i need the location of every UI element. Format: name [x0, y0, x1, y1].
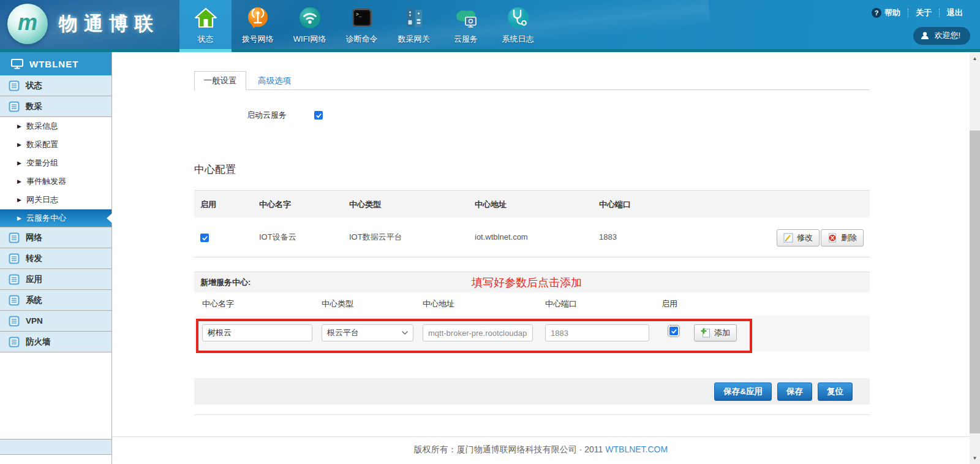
sidebar-item-data-collect-info[interactable]: ▶ 数采信息 — [0, 117, 111, 135]
delete-button[interactable]: 删除 — [821, 229, 864, 246]
center-port-input[interactable] — [545, 324, 649, 341]
add-label-type: 中心类型 — [322, 292, 353, 316]
sidebar-item-firewall[interactable]: 防火墙 — [0, 332, 111, 352]
add-label-address: 中心地址 — [423, 292, 454, 316]
triangle-icon: ▶ — [17, 123, 21, 129]
nav-item-cloud-service[interactable]: 云服务 — [440, 0, 492, 52]
edit-pencil-icon — [783, 233, 793, 243]
tab-advanced-options[interactable]: 高级选项 — [249, 71, 300, 90]
gateway-icon — [401, 4, 428, 31]
logout-link[interactable]: 退出 — [940, 7, 970, 18]
content-divider — [194, 414, 870, 415]
nav-item-system-log[interactable]: 系统日志 — [492, 0, 544, 52]
tab-label: 高级选项 — [258, 75, 291, 86]
logo-orb-icon: m — [7, 4, 48, 44]
sidebar-item-event-trigger[interactable]: ▶ 事件触发器 — [0, 172, 111, 191]
brand-logo: m 物通博联 — [7, 4, 159, 44]
sidebar-item-gateway-log[interactable]: ▶ 网关日志 — [0, 191, 111, 209]
footer-link[interactable]: WTBLNET.COM — [605, 444, 668, 454]
triangle-icon: ▶ — [17, 178, 21, 184]
scrollbar-thumb[interactable] — [970, 131, 980, 433]
about-label: 关于 — [916, 7, 932, 18]
table-header-row: 启用 中心名字 中心类型 中心地址 中心端口 — [194, 190, 870, 218]
sidebar-item-status[interactable]: 状态 — [0, 75, 111, 96]
triangle-icon: ▶ — [17, 160, 21, 166]
main-content: 一般设置 高级选项 启动云服务 中心配置 启用 中心名字 中心类型 中心地址 中… — [112, 52, 970, 464]
row-enabled-checkbox[interactable] — [200, 234, 209, 242]
wifi-icon — [296, 4, 323, 31]
check-icon — [202, 235, 208, 242]
nav-label: 拨号网络 — [242, 34, 274, 45]
vertical-scrollbar[interactable]: ▲ ▼ — [970, 52, 980, 464]
tab-general-settings[interactable]: 一般设置 — [194, 71, 246, 90]
welcome-badge: 欢迎您! — [913, 27, 970, 45]
sidebar-item-data-collect[interactable]: 数采 — [0, 96, 111, 117]
logout-label: 退出 — [947, 7, 963, 18]
column-header-port: 中心端口 — [599, 191, 631, 218]
sidebar-item-data-collect-config[interactable]: ▶ 数采配置 — [0, 135, 111, 154]
center-address-input[interactable] — [423, 324, 533, 341]
column-header-type: 中心类型 — [349, 191, 381, 218]
sidebar-item-vpn[interactable]: VPN — [0, 311, 111, 332]
cloud-service-icon — [453, 4, 480, 31]
add-label-name: 中心名字 — [202, 292, 234, 316]
cell-center-port: 1883 — [599, 232, 617, 242]
save-button[interactable]: 保存 — [777, 382, 812, 401]
sidebar-item-label: 网关日志 — [26, 194, 58, 205]
svg-text:>_: >_ — [356, 12, 362, 17]
user-icon — [921, 31, 929, 40]
footer-separator: · — [579, 444, 582, 454]
list-icon — [9, 337, 20, 348]
add-page-icon — [701, 328, 710, 338]
sidebar-title: WTBLNET — [29, 59, 78, 69]
center-type-select[interactable]: 根云平台 — [322, 324, 413, 341]
sidebar-item-system[interactable]: 系统 — [0, 290, 111, 311]
list-icon — [9, 101, 20, 112]
nav-item-wifi-network[interactable]: WIFI网络 — [284, 0, 336, 52]
scrollbar-up-arrow[interactable]: ▲ — [970, 53, 980, 63]
delete-button-label: 删除 — [841, 232, 857, 243]
sidebar-item-application[interactable]: 应用 — [0, 269, 111, 290]
help-link[interactable]: ? 帮助 — [864, 7, 908, 18]
sidebar-item-label: 转发 — [26, 253, 42, 264]
table-row: IOT设备云 IOT数据云平台 iot.wtblnet.com 1883 修改 … — [194, 218, 870, 257]
sidebar-item-label: 数采配置 — [26, 139, 58, 150]
nav-item-status[interactable]: 状态 — [179, 0, 232, 52]
sidebar-item-label: VPN — [26, 316, 43, 325]
center-name-input[interactable] — [202, 324, 312, 341]
add-section-labels-row: 中心名字 中心类型 中心地址 中心端口 启用 — [194, 292, 870, 316]
triangle-icon: ▶ — [17, 197, 21, 203]
nav-item-dialup-network[interactable]: 拨号网络 — [232, 0, 284, 52]
about-link[interactable]: 关于 — [908, 7, 939, 18]
add-section-header-row: 新增服务中心: 填写好参数后点击添加 — [194, 272, 870, 292]
save-apply-button[interactable]: 保存&应用 — [714, 382, 772, 401]
top-header: m 物通博联 状态 拨号网络 WIFI网络 — [0, 0, 980, 52]
edit-button[interactable]: 修改 — [777, 229, 820, 246]
sidebar-item-variable-group[interactable]: ▶ 变量分组 — [0, 154, 111, 172]
nav-item-data-gateway[interactable]: 数采网关 — [388, 0, 440, 52]
sidebar-bottom-strip — [0, 439, 111, 455]
nav-label: 系统日志 — [502, 34, 534, 45]
add-button-label: 添加 — [714, 327, 730, 338]
nav-item-diagnostic-command[interactable]: >_ 诊断命令 — [336, 0, 388, 52]
add-enabled-checkbox[interactable] — [669, 327, 678, 335]
system-log-icon — [505, 4, 532, 31]
footer-copyright: 版权所有：厦门物通博联网络科技有限公司 · 2011 WTBLNET.COM — [112, 444, 970, 455]
enable-cloud-checkbox[interactable] — [314, 111, 323, 120]
copyright-text: 版权所有：厦门物通博联网络科技有限公司 — [414, 444, 577, 454]
check-icon — [315, 112, 322, 119]
sidebar-item-network[interactable]: 网络 — [0, 227, 111, 248]
sidebar-item-label: 状态 — [26, 80, 42, 91]
add-section-inputs-row: 根云平台 添加 — [194, 316, 870, 351]
sidebar-item-label: 系统 — [26, 295, 42, 306]
sidebar: WTBLNET 状态 数采 ▶ 数采信息 ▶ 数采配置 ▶ 变量分组 ▶ 事件触… — [0, 52, 112, 464]
scrollbar-down-arrow[interactable]: ▼ — [970, 453, 980, 463]
reset-button[interactable]: 复位 — [818, 382, 853, 401]
sidebar-item-forwarding[interactable]: 转发 — [0, 248, 111, 269]
add-button[interactable]: 添加 — [694, 324, 737, 341]
sidebar-item-cloud-service-center[interactable]: ▶ 云服务中心 — [0, 209, 111, 227]
add-label-port: 中心端口 — [545, 292, 577, 316]
header-links: ? 帮助 关于 退出 — [864, 7, 970, 18]
list-icon — [9, 80, 20, 91]
list-icon — [9, 274, 20, 285]
